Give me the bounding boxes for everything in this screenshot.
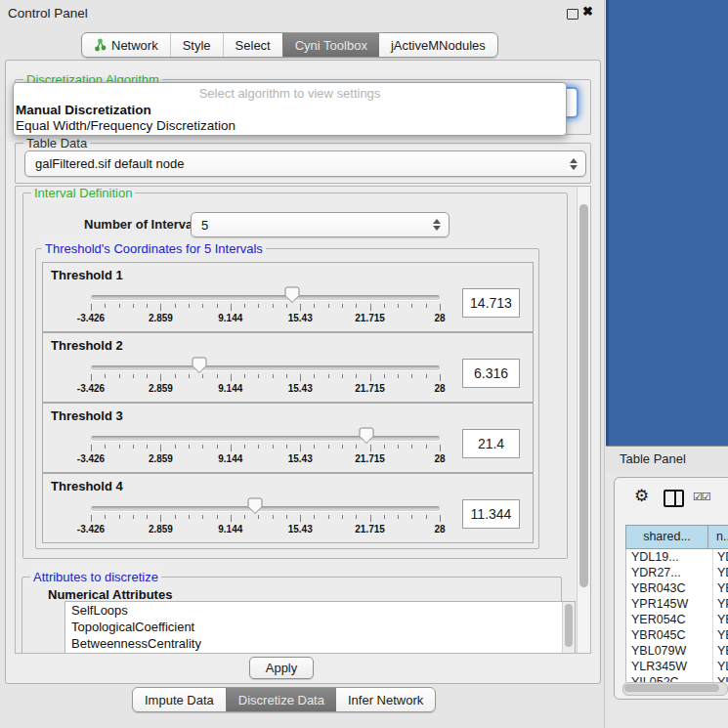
gear-icon[interactable]: ⚙ (634, 486, 649, 505)
tick-mark (189, 304, 190, 308)
table-hscrollbar[interactable] (622, 682, 728, 696)
slider-track[interactable] (91, 365, 440, 370)
table-row[interactable]: YDL19...YDL1 (626, 549, 728, 565)
dropdown-option-equal-width-frequency-discretization[interactable]: Equal Width/Frequency Discretization (14, 118, 566, 134)
close-icon[interactable]: ✖ (582, 4, 593, 19)
tick-mark (440, 515, 441, 522)
tick-mark (244, 304, 245, 308)
tick-label: 2.859 (149, 453, 173, 464)
main-scrollbar[interactable] (577, 187, 590, 653)
table-row[interactable]: YBL079WYBL0 (626, 643, 728, 659)
attributes-list: SelfLoopsTopologicalCoefficientBetweenne… (64, 601, 576, 654)
threshold-value-field[interactable]: 11.344 (462, 499, 520, 529)
screen: Control Panel ✖ NetworkStyleSelectCyni T… (0, 0, 728, 728)
algorithm-dropdown-popup: Select algorithm to view settings Manual… (13, 82, 567, 136)
slider-track[interactable] (91, 295, 440, 300)
table-row[interactable]: YDR27...YDR2 (626, 565, 728, 580)
interval-definition-group: Interval Definition Number of Intervals … (22, 193, 568, 559)
table-panel-title: Table Panel (620, 451, 686, 466)
tick-mark (91, 515, 92, 522)
tick-mark (147, 374, 148, 378)
tick-label: 21.715 (355, 383, 385, 394)
dropdown-option-manual-discretization[interactable]: Manual Discretization (14, 103, 566, 118)
attributes-scrollbar[interactable] (562, 602, 575, 654)
table-row[interactable]: YLR345WYLR3 (626, 659, 728, 674)
threshold-box-2: Threshold 2-3.4262.8599.14415.4321.71528… (42, 332, 534, 403)
slider-thumb[interactable] (359, 427, 374, 445)
threshold-box-1: Threshold 1-3.4262.8599.14415.4321.71528… (42, 262, 534, 332)
tick-mark (370, 374, 371, 381)
slider-thumb[interactable] (284, 286, 300, 304)
tick-label: 15.43 (288, 383, 313, 394)
slider-thumb[interactable] (247, 497, 263, 515)
tick-mark (398, 515, 399, 519)
tick-mark (258, 445, 259, 449)
group-title: Threshold's Coordinates for 5 Intervals (42, 241, 266, 256)
table-row[interactable]: YPR145WYPR1 (626, 596, 728, 612)
table-row[interactable]: YBR045CYBR0 (626, 627, 728, 643)
slider-track[interactable] (91, 436, 440, 441)
list-item-topologicalcoefficient[interactable]: TopologicalCoefficient (65, 619, 575, 635)
checkbox-filter-icons[interactable]: ☑☑ (693, 491, 710, 503)
tick-mark (105, 445, 106, 449)
tab-cyni-toolbox[interactable]: Cyni Toolbox (282, 33, 379, 57)
cell-shared-name: YBL079W (626, 643, 713, 659)
tick-mark (133, 515, 134, 519)
slider-thumb[interactable] (192, 357, 207, 374)
slider-track[interactable] (91, 506, 440, 511)
tick-mark (411, 374, 412, 378)
tab-infer-network[interactable]: Infer Network (336, 688, 435, 711)
tick-mark (300, 304, 301, 311)
tick-mark (244, 515, 245, 519)
scrollbar-thumb[interactable] (624, 684, 719, 692)
cell-shared-name: YDR27... (626, 565, 713, 580)
slider-tick-labels: -3.4262.8599.14415.4321.71528 (91, 313, 440, 324)
tab-network[interactable]: Network (82, 33, 170, 57)
column-header-1[interactable]: shared... (625, 525, 708, 549)
cell-shared-name: YBR043C (626, 580, 713, 596)
tick-mark (133, 304, 134, 308)
tick-mark (328, 515, 329, 519)
cell-name: YPR1 (713, 596, 728, 612)
cell-name: YLR3 (713, 659, 728, 674)
tab-discretize-data[interactable]: Discretize Data (226, 688, 336, 711)
table-row[interactable]: YIL052CYIL0 (626, 674, 728, 682)
tick-label: 28 (434, 453, 445, 464)
scrollbar-thumb[interactable] (565, 604, 573, 647)
tick-mark (175, 515, 176, 519)
table-header: shared...n... (625, 525, 728, 549)
threshold-value-field[interactable]: 21.4 (462, 429, 520, 458)
float-window-icon[interactable] (567, 9, 578, 20)
apply-button[interactable]: Apply (249, 657, 314, 679)
tick-label: 28 (434, 524, 445, 535)
tick-mark (314, 304, 315, 308)
stepper-arrows-icon (433, 219, 441, 231)
table-row[interactable]: YBR043CYBR0 (626, 580, 728, 596)
threshold-value-field[interactable]: 14.713 (462, 288, 520, 318)
column-header-2[interactable]: n... (707, 525, 728, 549)
network-icon (94, 38, 107, 52)
tick-mark (273, 304, 274, 308)
tick-mark (160, 515, 161, 522)
tick-label: 28 (434, 383, 445, 394)
tab-select[interactable]: Select (223, 33, 282, 57)
tick-mark (119, 445, 120, 449)
tab-style[interactable]: Style (170, 33, 223, 57)
tab-impute-data[interactable]: Impute Data (133, 688, 226, 711)
threshold-value-field[interactable]: 6.316 (462, 359, 520, 388)
tick-mark (370, 304, 371, 311)
num-intervals-combobox[interactable]: 5 (191, 212, 450, 237)
tick-label: 15.43 (288, 313, 313, 323)
num-intervals-label: Number of Intervals (84, 217, 203, 232)
list-item-betweennesscentrality[interactable]: BetweennessCentrality (65, 635, 575, 652)
tab-jactivemnodules[interactable]: jActiveMNodules (379, 33, 497, 57)
cell-name: YBR0 (713, 580, 728, 596)
list-item-selfloops[interactable]: SelfLoops (65, 602, 575, 619)
table-row[interactable]: YER054CYER0 (626, 612, 728, 627)
scrollbar-thumb[interactable] (579, 204, 588, 587)
table-data-combobox[interactable]: galFiltered.sif default node (24, 150, 586, 177)
tick-mark (202, 445, 203, 449)
cell-shared-name: YPR145W (626, 596, 713, 612)
column-layout-icon[interactable] (664, 490, 684, 507)
tick-label: 2.859 (149, 383, 173, 394)
